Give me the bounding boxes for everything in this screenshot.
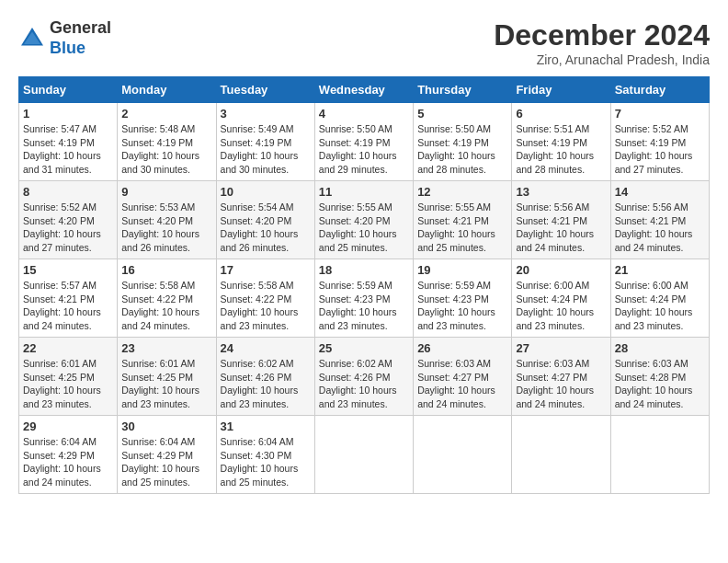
day-number: 5: [417, 107, 507, 121]
day-info: Sunrise: 5:59 AM Sunset: 4:23 PM Dayligh…: [417, 279, 507, 333]
day-header-wednesday: Wednesday: [314, 77, 413, 103]
calendar-day-27: 27Sunrise: 6:03 AM Sunset: 4:27 PM Dayli…: [512, 338, 610, 416]
day-number: 14: [615, 185, 705, 199]
calendar-week-1: 1Sunrise: 5:47 AM Sunset: 4:19 PM Daylig…: [19, 103, 710, 181]
calendar-day-1: 1Sunrise: 5:47 AM Sunset: 4:19 PM Daylig…: [19, 103, 118, 181]
calendar-day-15: 15Sunrise: 5:57 AM Sunset: 4:21 PM Dayli…: [19, 259, 118, 338]
day-info: Sunrise: 5:52 AM Sunset: 4:19 PM Dayligh…: [615, 122, 705, 177]
day-number: 24: [221, 341, 311, 355]
day-number: 7: [615, 107, 705, 121]
day-info: Sunrise: 6:03 AM Sunset: 4:27 PM Dayligh…: [417, 357, 507, 411]
day-header-thursday: Thursday: [414, 77, 512, 103]
day-number: 9: [121, 185, 211, 199]
calendar-day-7: 7Sunrise: 5:52 AM Sunset: 4:19 PM Daylig…: [610, 103, 709, 181]
day-number: 1: [23, 107, 113, 121]
calendar-day-2: 2Sunrise: 5:48 AM Sunset: 4:19 PM Daylig…: [118, 103, 216, 181]
day-header-sunday: Sunday: [19, 77, 118, 103]
day-header-saturday: Saturday: [610, 77, 709, 103]
day-number: 11: [319, 185, 409, 199]
day-info: Sunrise: 5:56 AM Sunset: 4:21 PM Dayligh…: [615, 201, 705, 255]
days-header-row: SundayMondayTuesdayWednesdayThursdayFrid…: [19, 77, 710, 103]
day-info: Sunrise: 6:03 AM Sunset: 4:28 PM Dayligh…: [615, 357, 705, 411]
logo-icon: [18, 25, 46, 52]
day-number: 18: [319, 263, 409, 277]
calendar-day-16: 16Sunrise: 5:58 AM Sunset: 4:22 PM Dayli…: [118, 259, 216, 338]
header: General Blue December 2024 Ziro, Arunach…: [18, 18, 710, 67]
day-number: 20: [516, 263, 606, 277]
day-info: Sunrise: 5:56 AM Sunset: 4:21 PM Dayligh…: [516, 201, 606, 255]
calendar-week-2: 8Sunrise: 5:52 AM Sunset: 4:20 PM Daylig…: [19, 181, 710, 259]
day-info: Sunrise: 5:54 AM Sunset: 4:20 PM Dayligh…: [221, 201, 311, 255]
calendar-day-25: 25Sunrise: 6:02 AM Sunset: 4:26 PM Dayli…: [314, 338, 413, 416]
day-info: Sunrise: 6:01 AM Sunset: 4:25 PM Dayligh…: [121, 357, 211, 411]
day-number: 4: [319, 107, 409, 121]
day-number: 22: [23, 341, 113, 355]
calendar-week-5: 29Sunrise: 6:04 AM Sunset: 4:29 PM Dayli…: [19, 416, 710, 494]
calendar-day-28: 28Sunrise: 6:03 AM Sunset: 4:28 PM Dayli…: [610, 338, 709, 416]
day-info: Sunrise: 5:58 AM Sunset: 4:22 PM Dayligh…: [121, 279, 211, 333]
day-info: Sunrise: 5:49 AM Sunset: 4:19 PM Dayligh…: [221, 122, 311, 177]
day-header-friday: Friday: [512, 77, 610, 103]
calendar-day-11: 11Sunrise: 5:55 AM Sunset: 4:20 PM Dayli…: [314, 181, 413, 259]
calendar-day-13: 13Sunrise: 5:56 AM Sunset: 4:21 PM Dayli…: [512, 181, 610, 259]
logo-text: General Blue: [50, 18, 111, 58]
day-info: Sunrise: 6:02 AM Sunset: 4:26 PM Dayligh…: [221, 357, 311, 411]
day-info: Sunrise: 6:00 AM Sunset: 4:24 PM Dayligh…: [516, 279, 606, 333]
day-info: Sunrise: 5:51 AM Sunset: 4:19 PM Dayligh…: [516, 122, 606, 177]
day-info: Sunrise: 5:48 AM Sunset: 4:19 PM Dayligh…: [121, 122, 211, 177]
calendar-day-4: 4Sunrise: 5:50 AM Sunset: 4:19 PM Daylig…: [314, 103, 413, 181]
day-number: 27: [516, 341, 606, 355]
day-number: 23: [121, 341, 211, 355]
day-info: Sunrise: 5:50 AM Sunset: 4:19 PM Dayligh…: [319, 122, 409, 177]
day-info: Sunrise: 5:55 AM Sunset: 4:21 PM Dayligh…: [417, 201, 507, 255]
calendar-day-29: 29Sunrise: 6:04 AM Sunset: 4:29 PM Dayli…: [19, 416, 118, 494]
calendar-day-17: 17Sunrise: 5:58 AM Sunset: 4:22 PM Dayli…: [216, 259, 314, 338]
day-number: 17: [221, 263, 311, 277]
logo-blue: Blue: [50, 39, 85, 57]
day-info: Sunrise: 6:04 AM Sunset: 4:29 PM Dayligh…: [23, 435, 113, 489]
calendar-day-30: 30Sunrise: 6:04 AM Sunset: 4:29 PM Dayli…: [118, 416, 216, 494]
day-number: 21: [615, 263, 705, 277]
day-info: Sunrise: 6:04 AM Sunset: 4:29 PM Dayligh…: [121, 435, 211, 489]
day-info: Sunrise: 5:52 AM Sunset: 4:20 PM Dayligh…: [23, 201, 113, 255]
day-info: Sunrise: 5:57 AM Sunset: 4:21 PM Dayligh…: [23, 279, 113, 333]
day-number: 16: [121, 263, 211, 277]
calendar-day-22: 22Sunrise: 6:01 AM Sunset: 4:25 PM Dayli…: [19, 338, 118, 416]
logo: General Blue: [18, 18, 111, 58]
empty-cell: [414, 416, 512, 494]
calendar-day-6: 6Sunrise: 5:51 AM Sunset: 4:19 PM Daylig…: [512, 103, 610, 181]
day-info: Sunrise: 6:01 AM Sunset: 4:25 PM Dayligh…: [23, 357, 113, 411]
day-info: Sunrise: 5:55 AM Sunset: 4:20 PM Dayligh…: [319, 201, 409, 255]
calendar-day-10: 10Sunrise: 5:54 AM Sunset: 4:20 PM Dayli…: [216, 181, 314, 259]
logo-general: General: [50, 18, 111, 37]
day-number: 30: [121, 419, 211, 433]
calendar-day-20: 20Sunrise: 6:00 AM Sunset: 4:24 PM Dayli…: [512, 259, 610, 338]
day-header-tuesday: Tuesday: [216, 77, 314, 103]
day-info: Sunrise: 6:04 AM Sunset: 4:30 PM Dayligh…: [221, 435, 311, 489]
calendar-day-12: 12Sunrise: 5:55 AM Sunset: 4:21 PM Dayli…: [414, 181, 512, 259]
day-number: 8: [23, 185, 113, 199]
title-section: December 2024 Ziro, Arunachal Pradesh, I…: [494, 18, 710, 67]
calendar-day-8: 8Sunrise: 5:52 AM Sunset: 4:20 PM Daylig…: [19, 181, 118, 259]
calendar-day-31: 31Sunrise: 6:04 AM Sunset: 4:30 PM Dayli…: [216, 416, 314, 494]
day-number: 13: [516, 185, 606, 199]
calendar-week-3: 15Sunrise: 5:57 AM Sunset: 4:21 PM Dayli…: [19, 259, 710, 338]
day-number: 19: [417, 263, 507, 277]
day-number: 3: [221, 107, 311, 121]
calendar-day-3: 3Sunrise: 5:49 AM Sunset: 4:19 PM Daylig…: [216, 103, 314, 181]
calendar-day-18: 18Sunrise: 5:59 AM Sunset: 4:23 PM Dayli…: [314, 259, 413, 338]
day-info: Sunrise: 5:50 AM Sunset: 4:19 PM Dayligh…: [417, 122, 507, 177]
day-number: 26: [417, 341, 507, 355]
empty-cell: [512, 416, 610, 494]
calendar-table: SundayMondayTuesdayWednesdayThursdayFrid…: [18, 76, 710, 494]
calendar-day-9: 9Sunrise: 5:53 AM Sunset: 4:20 PM Daylig…: [118, 181, 216, 259]
calendar-day-26: 26Sunrise: 6:03 AM Sunset: 4:27 PM Dayli…: [414, 338, 512, 416]
calendar-day-5: 5Sunrise: 5:50 AM Sunset: 4:19 PM Daylig…: [414, 103, 512, 181]
day-info: Sunrise: 6:00 AM Sunset: 4:24 PM Dayligh…: [615, 279, 705, 333]
day-number: 12: [417, 185, 507, 199]
day-info: Sunrise: 5:59 AM Sunset: 4:23 PM Dayligh…: [319, 279, 409, 333]
empty-cell: [314, 416, 413, 494]
calendar-day-23: 23Sunrise: 6:01 AM Sunset: 4:25 PM Dayli…: [118, 338, 216, 416]
day-number: 29: [23, 419, 113, 433]
calendar-day-24: 24Sunrise: 6:02 AM Sunset: 4:26 PM Dayli…: [216, 338, 314, 416]
